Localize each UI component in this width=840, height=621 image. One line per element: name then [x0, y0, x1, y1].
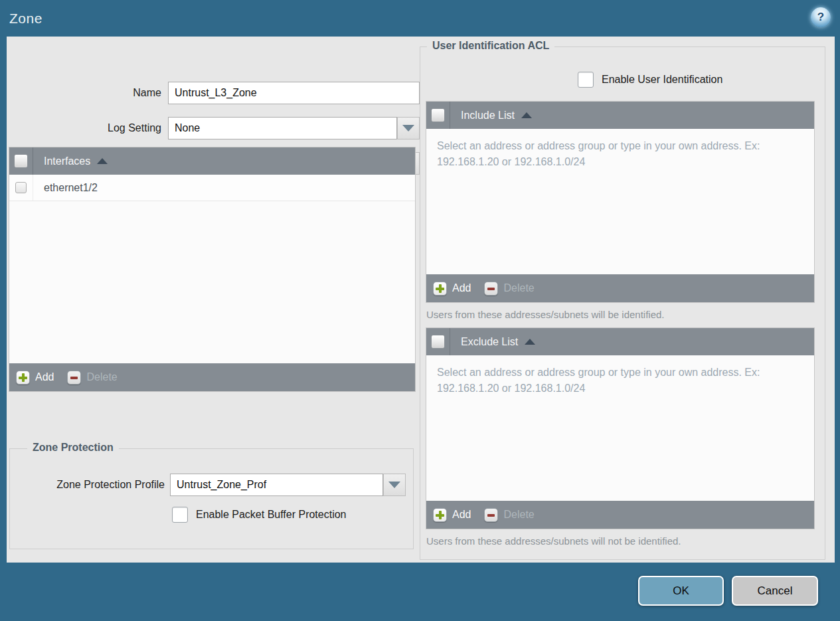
include-list-body[interactable]: Select an address or address group or ty… — [426, 129, 814, 274]
exclude-add-button[interactable]: Add — [433, 508, 471, 522]
minus-icon — [484, 282, 498, 296]
interfaces-add-button[interactable]: Add — [16, 371, 54, 385]
zone-dialog-screen: Zone ? Name Log Setting Type Interfaces — [0, 0, 840, 621]
dialog-titlebar: Zone ? — [0, 0, 840, 37]
exclude-list-table: Exclude List Select an address or addres… — [426, 328, 814, 529]
interfaces-delete-button[interactable]: Delete — [67, 371, 117, 385]
exclude-list-caption: Users from these addresses/subnets will … — [426, 535, 681, 547]
interfaces-table-footer: Add Delete — [9, 363, 415, 391]
help-icon[interactable]: ? — [811, 7, 831, 27]
enable-user-identification-row: Enable User Identification — [578, 72, 722, 88]
ok-button[interactable]: OK — [638, 576, 724, 606]
dialog-title: Zone — [9, 0, 42, 37]
enable-user-identification-checkbox[interactable] — [578, 72, 594, 88]
add-button-label: Add — [452, 509, 471, 521]
include-delete-button[interactable]: Delete — [484, 282, 534, 296]
add-button-label: Add — [35, 371, 54, 383]
zone-protection-profile-dropdown-button[interactable] — [383, 474, 406, 496]
dialog-body: Name Log Setting Type Interfaces — [7, 37, 835, 563]
include-list-footer: Add Delete — [426, 274, 814, 302]
include-list-header[interactable]: Include List — [426, 102, 814, 129]
exclude-list-footer: Add Delete — [426, 501, 814, 529]
delete-button-label: Delete — [503, 509, 534, 521]
log-setting-input[interactable] — [168, 117, 397, 139]
exclude-list-placeholder: Select an address or address group or ty… — [426, 355, 814, 397]
zone-protection-profile-input[interactable] — [170, 474, 383, 496]
include-list-caption: Users from these addresses/subnets will … — [426, 309, 665, 320]
delete-button-label: Delete — [503, 282, 534, 294]
include-list-table: Include List Select an address or addres… — [426, 102, 814, 302]
zone-protection-profile-label: Zone Protection Profile — [13, 479, 165, 491]
zone-protection-legend: Zone Protection — [27, 442, 119, 454]
chevron-down-icon — [402, 125, 414, 132]
row-checkbox-cell — [9, 175, 33, 201]
packet-buffer-protection-label: Enable Packet Buffer Protection — [196, 509, 347, 521]
name-input[interactable] — [168, 82, 420, 104]
name-label: Name — [7, 87, 161, 99]
interfaces-select-all-cell — [9, 147, 33, 175]
plus-icon — [16, 371, 30, 385]
exclude-delete-button[interactable]: Delete — [484, 508, 534, 522]
include-list-header-label: Include List — [461, 110, 515, 122]
packet-buffer-protection-checkbox[interactable] — [172, 507, 188, 523]
exclude-list-header-label: Exclude List — [461, 336, 518, 348]
interfaces-table-header[interactable]: Interfaces — [9, 147, 415, 175]
include-select-all-checkbox[interactable] — [431, 108, 445, 122]
log-setting-label: Log Setting — [7, 122, 161, 134]
exclude-select-all-checkbox[interactable] — [431, 335, 445, 349]
interface-name: ethernet1/2 — [44, 182, 98, 194]
interfaces-header-label: Interfaces — [44, 155, 90, 167]
table-row[interactable]: ethernet1/2 — [9, 175, 415, 201]
chevron-down-icon — [388, 482, 400, 488]
zone-protection-section: Zone Protection — [9, 448, 414, 549]
exclude-list-header[interactable]: Exclude List — [426, 328, 814, 355]
minus-icon — [67, 371, 81, 385]
include-list-placeholder: Select an address or address group or ty… — [426, 129, 814, 170]
cancel-button[interactable]: Cancel — [732, 576, 818, 606]
add-button-label: Add — [452, 282, 471, 294]
row-checkbox[interactable] — [15, 182, 27, 193]
help-glyph: ? — [817, 11, 824, 24]
sort-ascending-icon — [97, 158, 108, 164]
minus-icon — [484, 508, 498, 522]
interfaces-table-body: ethernet1/2 — [9, 175, 415, 363]
log-setting-dropdown-button[interactable] — [397, 117, 420, 139]
interfaces-table: Interfaces ethernet1/2 Add Dele — [9, 147, 415, 391]
sort-ascending-icon — [521, 112, 532, 118]
enable-user-identification-label: Enable User Identification — [602, 74, 722, 86]
packet-buffer-protection-row: Enable Packet Buffer Protection — [172, 507, 347, 523]
exclude-select-all-cell — [426, 328, 450, 355]
interfaces-select-all-checkbox[interactable] — [14, 154, 28, 168]
exclude-list-body[interactable]: Select an address or address group or ty… — [426, 355, 814, 501]
plus-icon — [433, 508, 447, 522]
user-identification-acl-legend: User Identification ACL — [427, 40, 554, 52]
include-select-all-cell — [426, 102, 450, 129]
delete-button-label: Delete — [86, 371, 117, 383]
include-add-button[interactable]: Add — [433, 282, 471, 296]
sort-ascending-icon — [525, 339, 535, 345]
plus-icon — [433, 282, 447, 296]
